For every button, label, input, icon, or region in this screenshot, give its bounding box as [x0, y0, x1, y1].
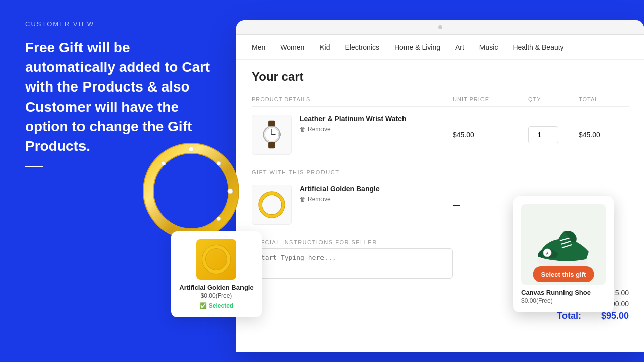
select-gift-button[interactable]: Select this gift [533, 266, 594, 282]
instructions-textarea[interactable] [252, 248, 453, 279]
nav-electronics[interactable]: Electronics [345, 41, 379, 53]
gift-card-name: Artificial Golden Bangle [179, 284, 254, 291]
gift-card-price: $0.00(Free) [179, 292, 254, 299]
watch-image [252, 115, 292, 155]
nav-women[interactable]: Women [280, 41, 304, 53]
nav-music[interactable]: Music [479, 41, 498, 53]
nav-art[interactable]: Art [455, 41, 464, 53]
svg-point-7 [162, 161, 166, 165]
gift-card-image [196, 239, 236, 280]
remove-product-btn[interactable]: 🗑 Remove [300, 126, 407, 133]
svg-point-3 [189, 147, 194, 152]
bangle-image [252, 185, 292, 225]
cart-table-header: PRODUCT DETAILS UNIT PRICE QTY. TOTAL [252, 92, 629, 107]
gift-section-label: GIFT WITH THIS PRODUCT [252, 163, 629, 178]
browser-indicator [438, 25, 442, 29]
nav-home-living[interactable]: Home & Living [394, 41, 440, 53]
svg-point-5 [228, 189, 233, 194]
divider [25, 166, 43, 167]
col-product: PRODUCT DETAILS [252, 96, 453, 102]
product-details-col: Leather & Platinum Wrist Watch 🗑 Remove [252, 115, 453, 155]
nav-kid[interactable]: Kid [319, 41, 330, 53]
cart-title: Your cart [252, 70, 629, 84]
total-value: $95.00 [601, 311, 629, 321]
check-icon: ✅ [199, 302, 207, 309]
browser-bar [236, 20, 644, 35]
col-total: TOTAL [579, 96, 629, 102]
product-unit-price: $45.00 [453, 131, 528, 139]
gift-card-floating: Artificial Golden Bangle $0.00(Free) ✅ S… [171, 231, 262, 317]
qty-input[interactable] [528, 126, 558, 143]
svg-point-6 [217, 217, 221, 221]
svg-rect-15 [268, 142, 275, 148]
total-row: Total: $95.00 [557, 311, 629, 321]
nav-health-beauty[interactable]: Health & Beauty [513, 41, 564, 53]
svg-rect-16 [279, 133, 281, 136]
gift-info: Artificial Golden Bangle 🗑 Remove [300, 185, 380, 203]
svg-text:★: ★ [545, 251, 549, 256]
trash-icon-gift: 🗑 [300, 196, 306, 203]
total-label: Total: [557, 311, 581, 321]
remove-gift-btn[interactable]: 🗑 Remove [300, 196, 380, 203]
svg-point-2 [148, 148, 234, 234]
cart-product-row: Leather & Platinum Wrist Watch 🗑 Remove … [252, 107, 629, 163]
nav-men[interactable]: Men [252, 41, 265, 53]
gift-details-col: Artificial Golden Bangle 🗑 Remove [252, 185, 453, 225]
col-unit-price: UNIT PRICE [453, 96, 528, 102]
product-name: Leather & Platinum Wrist Watch [300, 115, 407, 123]
store-nav: Men Women Kid Electronics Home & Living … [236, 35, 644, 60]
store-panel: Men Women Kid Electronics Home & Living … [236, 20, 644, 352]
svg-point-4 [217, 161, 221, 165]
gift-popup-price: $0.00(Free) [521, 297, 606, 304]
qty-col [528, 126, 579, 143]
svg-point-18 [260, 193, 283, 216]
trash-icon: 🗑 [300, 126, 306, 133]
gift-card-selected: ✅ Selected [179, 302, 254, 309]
gift-popup-name: Canvas Running Shoe [521, 289, 606, 296]
gift-popup: ★ Canvas Running Shoe $0.00(Free) Select… [513, 196, 614, 312]
gift-name: Artificial Golden Bangle [300, 185, 380, 193]
col-qty: QTY. [528, 96, 579, 102]
customer-view-label: CUSTOMER VIEW [25, 20, 211, 28]
svg-point-9 [204, 247, 229, 272]
product-total: $45.00 [579, 131, 629, 139]
product-info: Leather & Platinum Wrist Watch 🗑 Remove [300, 115, 407, 133]
